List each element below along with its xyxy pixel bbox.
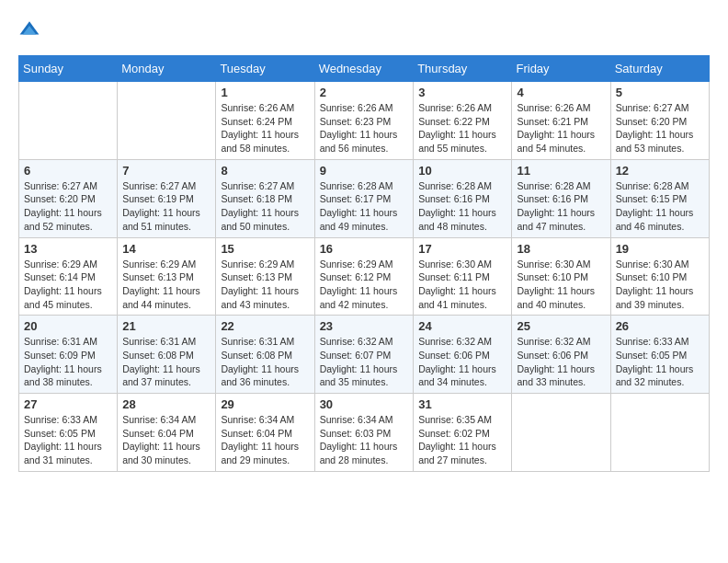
calendar-cell: 31Sunrise: 6:35 AM Sunset: 6:02 PM Dayli… (414, 394, 512, 472)
day-number: 3 (418, 86, 506, 99)
calendar-cell: 14Sunrise: 6:29 AM Sunset: 6:13 PM Dayli… (118, 237, 216, 316)
day-info: Sunrise: 6:31 AM Sunset: 6:08 PM Dayligh… (122, 335, 210, 389)
day-number: 29 (221, 397, 309, 411)
day-number: 1 (221, 86, 309, 99)
day-info: Sunrise: 6:28 AM Sunset: 6:16 PM Dayligh… (517, 179, 605, 234)
calendar-cell: 6Sunrise: 6:27 AM Sunset: 6:20 PM Daylig… (19, 159, 118, 237)
calendar-week-2: 6Sunrise: 6:27 AM Sunset: 6:20 PM Daylig… (19, 159, 710, 237)
calendar-week-3: 13Sunrise: 6:29 AM Sunset: 6:14 PM Dayli… (19, 237, 710, 316)
day-info: Sunrise: 6:30 AM Sunset: 6:10 PM Dayligh… (517, 258, 605, 312)
day-info: Sunrise: 6:31 AM Sunset: 6:09 PM Dayligh… (24, 335, 112, 389)
day-info: Sunrise: 6:34 AM Sunset: 6:04 PM Dayligh… (221, 413, 309, 467)
day-number: 5 (616, 86, 704, 99)
calendar-cell: 22Sunrise: 6:31 AM Sunset: 6:08 PM Dayli… (216, 316, 314, 394)
day-info: Sunrise: 6:32 AM Sunset: 6:06 PM Dayligh… (517, 335, 605, 389)
day-number: 27 (24, 397, 112, 411)
day-info: Sunrise: 6:26 AM Sunset: 6:23 PM Dayligh… (320, 101, 409, 155)
calendar-cell: 10Sunrise: 6:28 AM Sunset: 6:16 PM Dayli… (414, 159, 512, 237)
day-info: Sunrise: 6:27 AM Sunset: 6:18 PM Dayligh… (221, 179, 309, 234)
calendar-cell: 19Sunrise: 6:30 AM Sunset: 6:10 PM Dayli… (610, 237, 709, 316)
day-number: 15 (221, 242, 309, 256)
day-number: 2 (320, 86, 409, 99)
calendar-cell (512, 394, 610, 472)
day-number: 23 (320, 319, 409, 333)
calendar-cell: 8Sunrise: 6:27 AM Sunset: 6:18 PM Daylig… (216, 159, 314, 237)
day-info: Sunrise: 6:29 AM Sunset: 6:13 PM Dayligh… (221, 258, 309, 312)
calendar-cell: 25Sunrise: 6:32 AM Sunset: 6:06 PM Dayli… (512, 316, 610, 394)
calendar-cell (610, 394, 709, 472)
calendar-week-4: 20Sunrise: 6:31 AM Sunset: 6:09 PM Dayli… (19, 316, 710, 394)
day-info: Sunrise: 6:28 AM Sunset: 6:16 PM Dayligh… (418, 179, 506, 234)
col-thursday: Thursday (414, 56, 512, 82)
logo-icon (18, 18, 40, 40)
calendar-cell: 2Sunrise: 6:26 AM Sunset: 6:23 PM Daylig… (314, 82, 414, 160)
calendar-cell: 1Sunrise: 6:26 AM Sunset: 6:24 PM Daylig… (216, 82, 314, 160)
day-info: Sunrise: 6:28 AM Sunset: 6:17 PM Dayligh… (320, 179, 409, 234)
calendar-cell: 5Sunrise: 6:27 AM Sunset: 6:20 PM Daylig… (610, 82, 709, 160)
calendar-cell: 24Sunrise: 6:32 AM Sunset: 6:06 PM Dayli… (414, 316, 512, 394)
day-info: Sunrise: 6:26 AM Sunset: 6:22 PM Dayligh… (418, 101, 506, 155)
calendar-week-1: 1Sunrise: 6:26 AM Sunset: 6:24 PM Daylig… (19, 82, 710, 160)
page-header (18, 18, 710, 40)
calendar-cell (118, 82, 216, 160)
day-number: 16 (320, 242, 409, 256)
calendar-header-row: Sunday Monday Tuesday Wednesday Thursday… (19, 56, 710, 82)
day-info: Sunrise: 6:28 AM Sunset: 6:15 PM Dayligh… (616, 179, 704, 234)
day-info: Sunrise: 6:35 AM Sunset: 6:02 PM Dayligh… (418, 413, 506, 467)
calendar-cell: 27Sunrise: 6:33 AM Sunset: 6:05 PM Dayli… (19, 394, 118, 472)
day-number: 30 (320, 397, 409, 411)
day-number: 22 (221, 319, 309, 333)
col-saturday: Saturday (610, 56, 709, 82)
day-info: Sunrise: 6:27 AM Sunset: 6:19 PM Dayligh… (122, 179, 210, 234)
day-number: 12 (616, 164, 704, 178)
day-number: 26 (616, 319, 704, 333)
calendar-cell: 20Sunrise: 6:31 AM Sunset: 6:09 PM Dayli… (19, 316, 118, 394)
day-number: 11 (517, 164, 605, 178)
calendar-cell: 26Sunrise: 6:33 AM Sunset: 6:05 PM Dayli… (610, 316, 709, 394)
day-number: 18 (517, 242, 605, 256)
day-number: 24 (418, 319, 506, 333)
day-info: Sunrise: 6:27 AM Sunset: 6:20 PM Dayligh… (24, 179, 112, 234)
col-wednesday: Wednesday (314, 56, 414, 82)
calendar-cell: 21Sunrise: 6:31 AM Sunset: 6:08 PM Dayli… (118, 316, 216, 394)
day-info: Sunrise: 6:34 AM Sunset: 6:03 PM Dayligh… (320, 413, 409, 467)
calendar-cell: 7Sunrise: 6:27 AM Sunset: 6:19 PM Daylig… (118, 159, 216, 237)
day-info: Sunrise: 6:33 AM Sunset: 6:05 PM Dayligh… (24, 413, 112, 467)
day-info: Sunrise: 6:30 AM Sunset: 6:10 PM Dayligh… (616, 258, 704, 312)
day-number: 21 (122, 319, 210, 333)
logo (18, 18, 44, 40)
day-number: 8 (221, 164, 309, 178)
calendar-table: Sunday Monday Tuesday Wednesday Thursday… (18, 55, 710, 472)
col-tuesday: Tuesday (216, 56, 314, 82)
day-number: 19 (616, 242, 704, 256)
col-sunday: Sunday (19, 56, 118, 82)
day-number: 7 (122, 164, 210, 178)
col-friday: Friday (512, 56, 610, 82)
calendar-cell: 16Sunrise: 6:29 AM Sunset: 6:12 PM Dayli… (314, 237, 414, 316)
calendar-cell: 11Sunrise: 6:28 AM Sunset: 6:16 PM Dayli… (512, 159, 610, 237)
calendar-cell: 17Sunrise: 6:30 AM Sunset: 6:11 PM Dayli… (414, 237, 512, 316)
calendar-cell: 15Sunrise: 6:29 AM Sunset: 6:13 PM Dayli… (216, 237, 314, 316)
calendar-cell: 29Sunrise: 6:34 AM Sunset: 6:04 PM Dayli… (216, 394, 314, 472)
day-info: Sunrise: 6:31 AM Sunset: 6:08 PM Dayligh… (221, 335, 309, 389)
calendar-cell: 23Sunrise: 6:32 AM Sunset: 6:07 PM Dayli… (314, 316, 414, 394)
day-info: Sunrise: 6:34 AM Sunset: 6:04 PM Dayligh… (122, 413, 210, 467)
calendar-cell: 12Sunrise: 6:28 AM Sunset: 6:15 PM Dayli… (610, 159, 709, 237)
day-number: 6 (24, 164, 112, 178)
day-info: Sunrise: 6:30 AM Sunset: 6:11 PM Dayligh… (418, 258, 506, 312)
day-number: 13 (24, 242, 112, 256)
day-number: 14 (122, 242, 210, 256)
calendar-cell: 28Sunrise: 6:34 AM Sunset: 6:04 PM Dayli… (118, 394, 216, 472)
day-info: Sunrise: 6:29 AM Sunset: 6:12 PM Dayligh… (320, 258, 409, 312)
col-monday: Monday (118, 56, 216, 82)
day-number: 25 (517, 319, 605, 333)
day-info: Sunrise: 6:29 AM Sunset: 6:13 PM Dayligh… (122, 258, 210, 312)
day-info: Sunrise: 6:26 AM Sunset: 6:21 PM Dayligh… (517, 101, 605, 155)
calendar-week-5: 27Sunrise: 6:33 AM Sunset: 6:05 PM Dayli… (19, 394, 710, 472)
day-number: 31 (418, 397, 506, 411)
day-number: 9 (320, 164, 409, 178)
calendar-cell (19, 82, 118, 160)
calendar-cell: 18Sunrise: 6:30 AM Sunset: 6:10 PM Dayli… (512, 237, 610, 316)
day-number: 20 (24, 319, 112, 333)
day-info: Sunrise: 6:32 AM Sunset: 6:06 PM Dayligh… (418, 335, 506, 389)
